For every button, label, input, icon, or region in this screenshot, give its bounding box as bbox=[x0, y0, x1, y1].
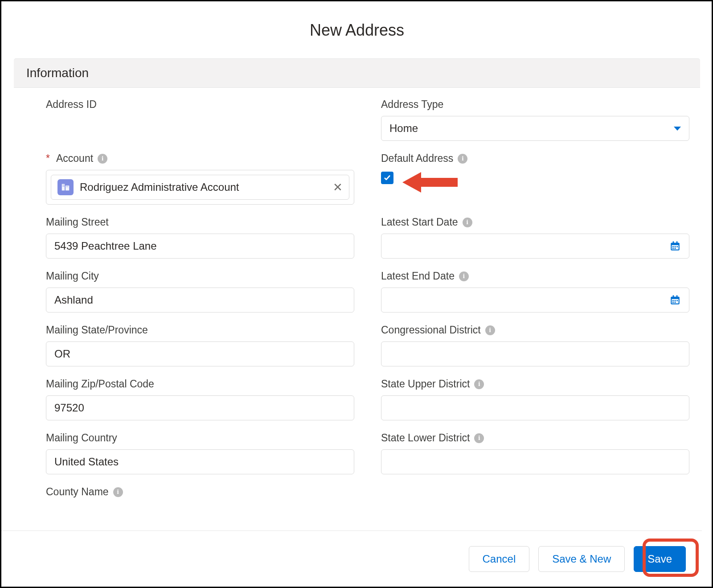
svg-rect-1 bbox=[66, 185, 69, 190]
svg-rect-16 bbox=[675, 248, 676, 249]
svg-rect-7 bbox=[68, 186, 68, 187]
modal-title: New Address bbox=[1, 1, 713, 58]
svg-rect-20 bbox=[676, 295, 678, 297]
label-latest-start-date: Latest Start Date bbox=[381, 216, 689, 228]
mailing-state-input[interactable] bbox=[46, 341, 354, 366]
svg-rect-12 bbox=[672, 246, 674, 247]
save-button[interactable]: Save bbox=[634, 546, 686, 572]
label-address-id: Address ID bbox=[46, 99, 354, 111]
default-address-checkbox[interactable] bbox=[381, 172, 393, 184]
account-icon bbox=[57, 179, 74, 195]
svg-rect-22 bbox=[675, 300, 676, 301]
label-mailing-street: Mailing Street bbox=[46, 216, 354, 228]
label-county-name: County Name bbox=[46, 486, 354, 498]
svg-rect-19 bbox=[673, 295, 674, 297]
svg-rect-13 bbox=[675, 246, 676, 247]
svg-rect-14 bbox=[676, 246, 678, 247]
info-icon[interactable] bbox=[459, 271, 469, 281]
svg-rect-3 bbox=[64, 185, 64, 185]
calendar-icon[interactable] bbox=[669, 294, 681, 306]
label-account: * Account bbox=[46, 152, 354, 164]
calendar-icon[interactable] bbox=[669, 240, 681, 252]
cancel-button[interactable]: Cancel bbox=[469, 546, 530, 572]
latest-start-date-input[interactable] bbox=[381, 234, 689, 259]
svg-rect-25 bbox=[675, 302, 676, 303]
svg-rect-10 bbox=[673, 241, 674, 243]
account-pill: Rodriguez Administrative Account ✕ bbox=[51, 175, 349, 200]
svg-rect-6 bbox=[66, 186, 67, 187]
svg-rect-23 bbox=[676, 300, 678, 301]
label-congressional-district: Congressional District bbox=[381, 324, 689, 336]
address-type-value: Home bbox=[389, 122, 418, 135]
mailing-city-input[interactable] bbox=[46, 288, 354, 313]
label-state-lower-district: State Lower District bbox=[381, 432, 689, 444]
account-lookup[interactable]: Rodriguez Administrative Account ✕ bbox=[46, 170, 354, 205]
svg-rect-11 bbox=[676, 241, 678, 243]
account-name: Rodriguez Administrative Account bbox=[80, 181, 327, 193]
latest-end-date-input[interactable] bbox=[381, 288, 689, 313]
svg-rect-21 bbox=[672, 300, 674, 301]
address-type-select[interactable]: Home bbox=[381, 116, 689, 141]
label-mailing-zip: Mailing Zip/Postal Code bbox=[46, 378, 354, 390]
info-icon[interactable] bbox=[463, 218, 472, 227]
svg-rect-24 bbox=[672, 302, 674, 303]
congressional-district-input[interactable] bbox=[381, 341, 689, 366]
state-upper-district-input[interactable] bbox=[381, 395, 689, 420]
svg-rect-15 bbox=[672, 248, 674, 249]
label-mailing-country: Mailing Country bbox=[46, 432, 354, 444]
save-and-new-button[interactable]: Save & New bbox=[538, 546, 625, 572]
info-icon[interactable] bbox=[113, 487, 123, 497]
info-icon[interactable] bbox=[98, 154, 107, 164]
label-state-upper-district: State Upper District bbox=[381, 378, 689, 390]
label-address-type: Address Type bbox=[381, 99, 689, 111]
modal-frame: New Address Information Address ID Addre… bbox=[0, 0, 713, 588]
close-icon[interactable]: ✕ bbox=[333, 181, 343, 193]
mailing-country-input[interactable] bbox=[46, 449, 354, 474]
modal-scroll[interactable]: New Address Information Address ID Addre… bbox=[1, 1, 713, 532]
chevron-down-icon bbox=[674, 127, 681, 131]
info-icon[interactable] bbox=[485, 325, 495, 335]
label-latest-end-date: Latest End Date bbox=[381, 270, 689, 282]
required-star: * bbox=[46, 152, 50, 164]
label-mailing-city: Mailing City bbox=[46, 270, 354, 282]
mailing-zip-input[interactable] bbox=[46, 395, 354, 420]
state-lower-district-input[interactable] bbox=[381, 449, 689, 474]
svg-rect-4 bbox=[63, 186, 63, 186]
mailing-street-input[interactable] bbox=[46, 234, 354, 259]
form-body: Address ID Address Type Home bbox=[1, 99, 713, 503]
annotation-arrow bbox=[399, 171, 461, 193]
info-icon[interactable] bbox=[458, 154, 467, 164]
modal-footer: Cancel Save & New Save bbox=[1, 530, 702, 587]
svg-rect-5 bbox=[64, 186, 64, 186]
svg-rect-2 bbox=[63, 185, 63, 185]
info-icon[interactable] bbox=[474, 379, 484, 389]
label-mailing-state: Mailing State/Province bbox=[46, 324, 354, 336]
label-default-address: Default Address bbox=[381, 152, 689, 164]
section-header-information: Information bbox=[14, 58, 700, 88]
value-address-id bbox=[46, 116, 354, 141]
info-icon[interactable] bbox=[474, 433, 484, 443]
